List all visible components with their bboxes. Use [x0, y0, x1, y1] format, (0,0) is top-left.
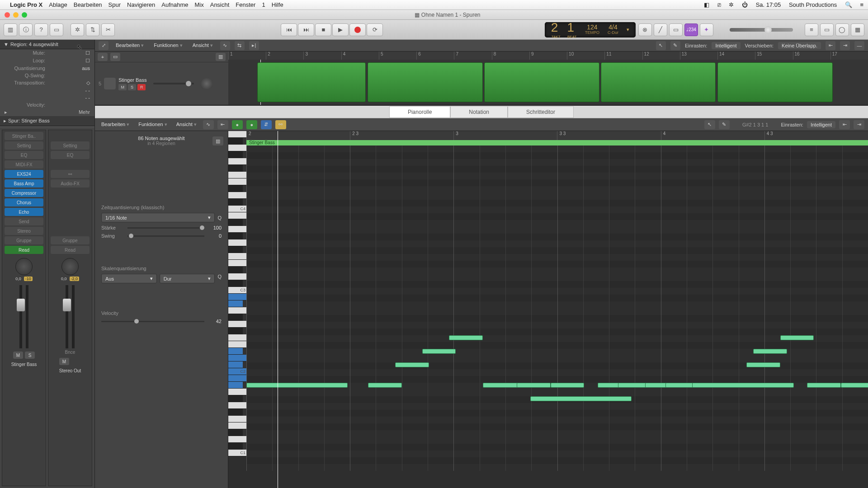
menu-help[interactable]: Hilfe	[272, 1, 283, 8]
catch-icon[interactable]: ▸|	[249, 41, 259, 50]
piano-key[interactable]	[228, 416, 246, 422]
track-header[interactable]: 5 Stinger Bass M S R	[95, 62, 228, 105]
setting-slot[interactable]: Setting	[5, 141, 43, 150]
app-name[interactable]: Logic Pro X	[10, 1, 42, 8]
menu-edit[interactable]: Bearbeiten	[74, 1, 102, 8]
midi-note[interactable]	[753, 349, 787, 354]
pointer-tool-icon[interactable]: ↖	[656, 41, 666, 50]
ruler-tick[interactable]: 17	[830, 52, 868, 60]
eq-slot[interactable]: EQ	[51, 151, 90, 159]
strip-name[interactable]: Stinger Ba..	[5, 132, 43, 140]
click-button[interactable]: ♩234	[684, 23, 698, 36]
strength-slider[interactable]	[127, 227, 204, 229]
piano-key[interactable]	[228, 246, 243, 253]
midi-note[interactable]	[780, 335, 814, 340]
midi-note[interactable]	[841, 383, 868, 388]
browser-button[interactable]: ▦	[851, 23, 864, 36]
region-header[interactable]: Stinger Bass	[246, 140, 868, 145]
midi-region[interactable]	[257, 62, 366, 102]
piano-key[interactable]	[228, 395, 243, 402]
arrange-ruler[interactable]: 1234567891011121314151617	[228, 52, 868, 60]
ruler-tick[interactable]: 10	[567, 52, 604, 60]
piano-key[interactable]	[228, 341, 246, 348]
automation-icon[interactable]: ∿	[220, 41, 230, 50]
catch-icon[interactable]: ⇤	[217, 120, 228, 129]
quantize-select[interactable]: 1/16 Note▾	[101, 213, 215, 222]
region-lane[interactable]	[228, 60, 868, 105]
countoff-button[interactable]: ▭	[669, 23, 683, 36]
spotlight-icon[interactable]: 🔍	[845, 1, 852, 8]
lcd-display[interactable]: 2TAKT 1BEAT 124TEMPO 4/4C-Dur ▾	[545, 22, 636, 38]
rewind-button[interactable]: ⏮	[281, 23, 297, 36]
link-icon[interactable]: ⚯	[275, 120, 286, 129]
tab-stepeditor[interactable]: Schritteditor	[508, 106, 574, 118]
ruler-tick[interactable]: 3	[453, 131, 557, 140]
velocity-slider[interactable]	[101, 321, 204, 322]
midi-note[interactable]	[368, 383, 402, 388]
quantize-apply-button[interactable]: Q	[217, 215, 222, 221]
piano-key[interactable]	[228, 409, 243, 416]
piano-key[interactable]	[228, 172, 246, 178]
pr-view-menu[interactable]: Ansicht	[174, 121, 199, 128]
menubar-clock[interactable]: Sa. 17:05	[756, 1, 781, 8]
ruler-tick[interactable]: 3 3	[557, 131, 660, 140]
play-button[interactable]: ▶	[332, 23, 349, 36]
piano-key[interactable]	[228, 443, 243, 450]
zoom-slider-icon[interactable]: —	[854, 41, 864, 50]
piano-key[interactable]	[228, 436, 246, 443]
send-slot[interactable]: Send	[5, 217, 43, 225]
piano-key[interactable]	[228, 422, 246, 429]
midi-region[interactable]	[484, 62, 599, 102]
midi-note[interactable]	[422, 349, 456, 354]
collapse-icon[interactable]: ⇵	[261, 120, 272, 129]
piano-key[interactable]	[228, 219, 243, 226]
zoom-v-icon[interactable]: ⇥	[840, 41, 850, 50]
piano-key[interactable]	[228, 300, 243, 307]
piano-key[interactable]	[228, 375, 246, 382]
automation-slot[interactable]: Read	[5, 246, 43, 254]
piano-key[interactable]	[228, 192, 246, 199]
add-track-button[interactable]: +	[98, 53, 108, 61]
piano-key[interactable]	[228, 185, 243, 192]
piano-key[interactable]	[228, 138, 243, 145]
midi-region[interactable]	[717, 62, 833, 102]
menu-icon[interactable]: ≡	[860, 1, 863, 8]
piano-key[interactable]	[228, 253, 246, 260]
ruler-tick[interactable]: 2	[246, 131, 350, 140]
piano-key[interactable]	[228, 131, 246, 138]
piano-key[interactable]	[228, 402, 246, 409]
ruler-tick[interactable]: 4	[341, 52, 379, 60]
pencil-tool-icon[interactable]: ✎	[719, 120, 730, 129]
piano-key[interactable]	[228, 334, 246, 341]
scale-enable-select[interactable]: Aus▾	[101, 274, 157, 283]
stop-button[interactable]: ■	[315, 23, 331, 36]
ruler-tick[interactable]: 2	[266, 52, 303, 60]
tracks-functions-menu[interactable]: Funktionen	[151, 42, 185, 49]
piano-key[interactable]	[228, 212, 246, 219]
list-editors-button[interactable]: ≡	[805, 23, 818, 36]
midifx-slot[interactable]: MIDI-FX	[5, 160, 43, 169]
fx-slot[interactable]: Audio-FX	[51, 179, 90, 188]
midi-region[interactable]	[368, 62, 483, 102]
pointer-tool-icon[interactable]: ↖	[704, 120, 715, 129]
piano-key[interactable]	[228, 226, 246, 233]
ruler-tick[interactable]: 11	[604, 52, 642, 60]
piano-key[interactable]	[228, 260, 246, 267]
menu-view[interactable]: Ansicht	[210, 1, 230, 8]
pencil-tool-icon[interactable]: ✎	[670, 41, 680, 50]
swing-slider[interactable]	[127, 235, 204, 237]
track-mute-button[interactable]: M	[118, 84, 127, 90]
piano-key[interactable]	[228, 145, 246, 151]
drag-select[interactable]: Keine Überlapp.	[778, 42, 821, 49]
piano-key[interactable]	[228, 314, 243, 321]
piano-key[interactable]	[228, 307, 246, 314]
notes-button[interactable]: ▭	[820, 23, 834, 36]
fx-slot[interactable]: Chorus	[5, 198, 43, 206]
piano-key[interactable]	[228, 233, 243, 239]
ruler-tick[interactable]: 5	[379, 52, 416, 60]
mute-button[interactable]: M	[59, 358, 69, 365]
piano-key[interactable]	[228, 321, 246, 328]
automation-slot[interactable]: Read	[51, 246, 90, 254]
track-volume-slider[interactable]	[153, 83, 194, 84]
zoom-window[interactable]	[22, 12, 27, 18]
